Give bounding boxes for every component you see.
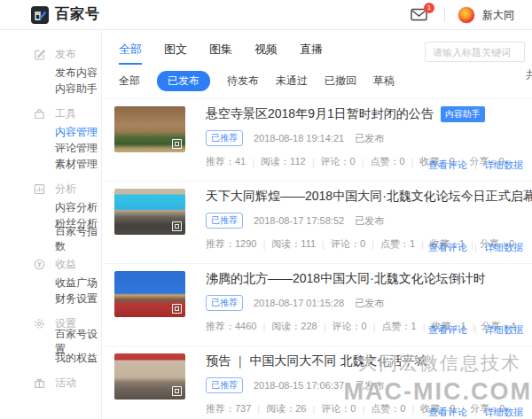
- stat-separator: |: [257, 404, 260, 415]
- stat-separator: |: [373, 322, 376, 332]
- main-content: 全部图文图集视频直播 全部已发布待发布未通过已撤回草稿 共 悬空寺景区2018年…: [103, 30, 532, 419]
- article-title[interactable]: 天下大同辉煌——2018中国大同·北魏文化论坛今日正式启幕: [206, 189, 532, 205]
- sidebar-item-label: 活动: [55, 376, 76, 391]
- detailed-data-link[interactable]: 详细数据: [484, 159, 523, 172]
- status-filter-tab[interactable]: 已撤回: [325, 71, 356, 91]
- article-thumbnail[interactable]: [114, 189, 185, 235]
- publish-date: 2018-08-15 17:06:37: [254, 380, 344, 391]
- sidebar-item-label: 评论管理: [55, 141, 98, 156]
- status-filter-tab[interactable]: 已发布: [157, 71, 210, 91]
- sidebar-item-label: 财务设置: [55, 291, 98, 306]
- sidebar-item[interactable]: 收益广场: [0, 275, 101, 291]
- detailed-data-link[interactable]: 详细数据: [484, 323, 523, 337]
- action-separator: [475, 326, 476, 335]
- sidebar-item-label: 发布内容: [55, 66, 98, 81]
- gear-icon: [33, 317, 46, 330]
- sidebar-item[interactable]: 内容管理: [0, 124, 101, 140]
- article-row: 悬空寺景区2018年9月1日暂时封闭的公告 内容助手 已推荐 2018-08-1…: [103, 99, 532, 182]
- detailed-data-link[interactable]: 详细数据: [484, 241, 523, 254]
- sidebar-item[interactable]: 财务设置: [0, 291, 101, 306]
- article-title[interactable]: 预告 ｜ 中国大同大不同 北魏文化活平城: [206, 353, 426, 369]
- article-title[interactable]: 悬空寺景区2018年9月1日暂时封闭的公告: [206, 106, 434, 122]
- sidebar-item[interactable]: 发布: [0, 43, 101, 65]
- content-type-tab[interactable]: 视频: [254, 42, 278, 65]
- sidebar-item-label: 发布: [55, 47, 76, 62]
- sidebar-item[interactable]: 收益: [0, 253, 101, 275]
- stat-item: 推荐：1290: [206, 237, 256, 251]
- baijiahao-content-manager: { "header": { "logo": "百家号", "mail_badge…: [0, 0, 532, 419]
- username[interactable]: 新大同: [482, 8, 514, 23]
- publish-status: 已发布: [355, 214, 384, 228]
- content-type-tab[interactable]: 图文: [164, 42, 187, 65]
- sidebar-item-label: 我的权益: [55, 351, 98, 366]
- view-comments-link[interactable]: 查看评论: [428, 406, 467, 419]
- status-filter-tab[interactable]: 草稿: [373, 71, 395, 91]
- status-filter-tab[interactable]: 待发布: [227, 71, 259, 91]
- search-input[interactable]: [425, 42, 525, 62]
- publish-date: 2018-08-18 19:14:21: [254, 133, 344, 144]
- sidebar-item[interactable]: 工具: [0, 103, 101, 124]
- sidebar-item-label: 素材管理: [55, 157, 98, 172]
- stat-separator: |: [362, 404, 364, 415]
- content-type-tab[interactable]: 全部: [119, 42, 142, 65]
- content-type-tab[interactable]: 图集: [209, 42, 232, 65]
- avatar[interactable]: [458, 6, 475, 24]
- content-type-tab[interactable]: 直播: [300, 42, 323, 65]
- sidebar-item-label: 收益: [55, 257, 76, 272]
- publish-status: 已发布: [355, 379, 384, 392]
- view-comments-link[interactable]: 查看评论: [428, 159, 467, 172]
- sidebar-item[interactable]: 我的权益: [0, 350, 101, 366]
- total-count-partial: 共: [526, 67, 532, 82]
- stat-separator: |: [312, 404, 315, 415]
- sidebar-item[interactable]: 百家号指数: [0, 231, 101, 247]
- stat-item: 阅读：228: [271, 320, 317, 333]
- edit-icon: [33, 48, 46, 61]
- sidebar-item-label: 分析: [55, 182, 76, 197]
- stat-separator: |: [362, 157, 364, 167]
- recommended-badge: 已推荐: [206, 213, 243, 229]
- sidebar-item[interactable]: 素材管理: [0, 156, 101, 172]
- sidebar-item-label: 工具: [55, 106, 76, 121]
- action-separator: [475, 161, 476, 170]
- sidebar-item-label: 内容管理: [55, 125, 98, 140]
- stat-item: 评论：0: [332, 320, 367, 333]
- stat-item: 评论：0: [331, 237, 365, 251]
- baijiahao-logo-icon: [31, 6, 49, 24]
- status-filter-tab[interactable]: 未通过: [276, 71, 308, 91]
- recommended-badge: 已推荐: [206, 130, 243, 146]
- baijiahao-logo[interactable]: 百家号: [31, 5, 100, 24]
- sidebar-item[interactable]: 内容助手: [0, 81, 101, 97]
- stat-separator: |: [372, 239, 374, 250]
- sidebar-item[interactable]: 活动: [0, 372, 101, 393]
- article-title[interactable]: 沸腾的北方——2018中国大同·北魏文化论坛倒计时: [206, 271, 486, 287]
- detailed-data-link[interactable]: 详细数据: [484, 406, 523, 419]
- sidebar-item[interactable]: 内容分析: [0, 199, 101, 215]
- sidebar-item[interactable]: 评论管理: [0, 140, 101, 156]
- stat-separator: |: [312, 157, 315, 167]
- view-comments-link[interactable]: 查看评论: [428, 241, 467, 254]
- stat-separator: |: [262, 239, 265, 250]
- sidebar-item-label: 内容助手: [55, 81, 98, 97]
- article-actions: 查看评论详细数据: [428, 406, 523, 419]
- stat-item: 评论：0: [321, 402, 356, 415]
- sidebar-item[interactable]: 百家号设置: [0, 334, 101, 350]
- article-stats: 推荐：4460|阅读：228|评论：0|点赞：1|收藏：1|分享：4: [206, 320, 434, 333]
- article-thumbnail[interactable]: [114, 353, 185, 400]
- status-filter-tab[interactable]: 全部: [119, 71, 140, 91]
- stat-separator: |: [324, 322, 326, 332]
- article-thumbnail[interactable]: [114, 271, 185, 317]
- stat-separator: |: [421, 239, 424, 250]
- stat-item: 阅读：112: [261, 155, 306, 168]
- stat-item: 推荐：737: [206, 402, 251, 415]
- sidebar-item[interactable]: 分析: [0, 178, 101, 199]
- mail-icon[interactable]: 1: [411, 8, 428, 22]
- sidebar-item[interactable]: 发布内容: [0, 65, 101, 81]
- gift-icon: [33, 376, 46, 390]
- coin-icon: [33, 258, 46, 271]
- stat-separator: |: [411, 157, 414, 167]
- view-comments-link[interactable]: 查看评论: [428, 323, 467, 337]
- stat-separator: |: [322, 239, 325, 250]
- article-thumbnail[interactable]: [114, 106, 185, 152]
- article-actions: 查看评论详细数据: [428, 241, 523, 254]
- stat-separator: |: [262, 322, 265, 332]
